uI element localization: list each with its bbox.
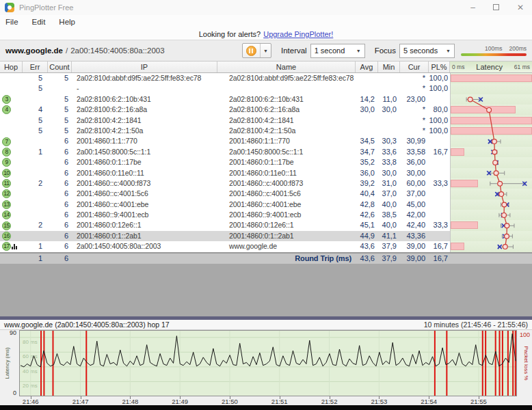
pause-button[interactable]: [243, 44, 261, 57]
cell-name: www.google.de: [217, 241, 356, 251]
menu-help[interactable]: Help: [59, 18, 75, 26]
target-bar: www.google.de / 2a00:1450:4005:80a::2003…: [0, 40, 532, 62]
col-header-count[interactable]: Count: [48, 62, 72, 72]
close-button[interactable]: ✕: [517, 3, 524, 12]
cell-avg: 34,7: [356, 147, 378, 157]
xaxis-tick-label: 21:50: [216, 398, 243, 405]
timeline-title: www.google.de (2a00:1450:4005:80a::2003)…: [4, 320, 170, 329]
cell-hop: 3: [0, 94, 23, 105]
table-row[interactable]: 1062001:4860:0:11e0::112001:4860:0:11e0:…: [0, 168, 532, 178]
col-header-cur[interactable]: Cur: [400, 62, 429, 72]
alert-bar: Looking for alerts? Upgrade PingPlotter!: [0, 29, 532, 40]
svg-text:80 ms: 80 ms: [23, 339, 38, 345]
table-row[interactable]: 352a02:8100:6:2::10b:4312a02:8100:6:2::1…: [0, 94, 532, 105]
latency-cell: [450, 210, 532, 220]
pingplotter-window: PingPlotter Free – ✕ File Edit Help Look…: [0, 0, 532, 410]
cell-hop: 7: [0, 136, 23, 146]
focus-label: Focus: [375, 46, 396, 55]
cell-name: 2a02:8100:4:2::1:50a: [217, 126, 356, 136]
cell-hop: 12: [0, 189, 23, 199]
table-header: Hop Err Count IP Name Avg Min Cur PL% 0 …: [0, 62, 532, 73]
cell-err: 1: [23, 241, 48, 251]
cell-pl: [429, 189, 450, 199]
latency-cell: [450, 94, 532, 105]
col-header-name[interactable]: Name: [217, 62, 356, 72]
xaxis-tick-label: 21:46: [17, 398, 44, 405]
table-row[interactable]: 1262001:4860::c:4001:5c62001:4860::c:400…: [0, 189, 532, 199]
cell-count: 5: [48, 115, 72, 126]
chevron-down-icon: ▼: [356, 49, 361, 53]
table-row[interactable]: 552a02:810d:abbf:d9f5:ae22:5ff:fe83:ec78…: [0, 73, 532, 83]
col-header-latency[interactable]: 0 ms Latency 61 ms: [450, 62, 532, 72]
hop-number-badge: 13: [2, 200, 11, 209]
table-row[interactable]: 962001:4860:0:1::17be2001:4860:0:1::17be…: [0, 157, 532, 167]
cell-count: 5: [48, 105, 72, 115]
table-row[interactable]: 17162a00:1450:4005:80a::2003www.google.d…: [0, 241, 532, 251]
round-trip-row: 1 6 Round Trip (ms) 43,6 37,9 39,00 16,7: [0, 254, 532, 264]
cell-hop: 14: [0, 210, 23, 220]
minimize-button[interactable]: –: [470, 3, 475, 12]
latency-cell: [450, 189, 532, 199]
table-row[interactable]: 5-*100,0: [0, 83, 532, 94]
cell-err: 1: [23, 147, 48, 157]
interval-select[interactable]: 1 second ▼: [310, 44, 365, 58]
cell-err: [23, 136, 48, 146]
cell-count: 6: [48, 231, 72, 241]
col-header-err[interactable]: Err: [23, 62, 48, 72]
hop-number-badge: 14: [2, 210, 11, 219]
table-row[interactable]: 8162a00:1450:8000:5c::1:12a00:1450:8000:…: [0, 147, 532, 157]
cell-avg: 30,0: [356, 105, 378, 115]
pause-split-button[interactable]: ▼: [242, 43, 271, 58]
focus-select[interactable]: 5 seconds ▼: [399, 44, 455, 58]
cell-name: 2a02:810d:abbf:d9f5:ae22:5ff:fe83:ec78: [217, 73, 356, 83]
pause-dropdown-button[interactable]: ▼: [261, 44, 271, 57]
packet-loss-bar: [451, 127, 532, 135]
maximize-button[interactable]: [493, 3, 499, 12]
cell-cur: 39,00: [400, 241, 429, 251]
col-header-ip[interactable]: IP: [72, 62, 217, 72]
cell-err: 5: [23, 126, 48, 136]
cell-name: [217, 83, 356, 94]
cell-name: 2001:4860::9:4001:ecb: [217, 210, 356, 220]
table-row[interactable]: 4452a02:8100:6:2::16:a8a2a02:8100:6:2::1…: [0, 105, 532, 115]
cell-cur: 42,40: [400, 220, 429, 230]
focused-graph-icon: [12, 244, 17, 249]
round-trip-cur: 39,00: [400, 254, 429, 264]
upgrade-link[interactable]: Upgrade PingPlotter!: [263, 30, 333, 38]
col-header-pl[interactable]: PL%: [429, 62, 450, 72]
menu-edit[interactable]: Edit: [32, 18, 46, 26]
cell-cur: *: [400, 105, 429, 115]
cell-name: 2001:4860:0:12e6::1: [217, 220, 356, 230]
cell-err: 4: [23, 105, 48, 115]
hop-number-badge: 15: [2, 221, 11, 230]
cell-hop: 17: [0, 241, 23, 251]
col-header-min[interactable]: Min: [378, 62, 400, 72]
empty-gray-area: [0, 264, 532, 316]
cell-min: 37,0: [378, 189, 400, 199]
table-row[interactable]: 552a02:8100:4:2::1:50a2a02:8100:4:2::1:5…: [0, 126, 532, 136]
menu-file[interactable]: File: [5, 18, 18, 26]
cell-count: 6: [48, 210, 72, 220]
cell-ip: 2001:4860:0:1::17be: [72, 157, 217, 167]
hop-number-badge: 10: [2, 169, 11, 178]
round-trip-pl: 16,7: [429, 254, 450, 264]
table-row[interactable]: 1462001:4860::9:4001:ecb2001:4860::9:400…: [0, 210, 532, 220]
table-row[interactable]: 762001:4860:1:1::7702001:4860:1:1::77034…: [0, 136, 532, 146]
table-row[interactable]: 552a02:8100:4:2::18412a02:8100:4:2::1841…: [0, 115, 532, 126]
cell-count: 6: [48, 220, 72, 230]
table-row[interactable]: 15262001:4860:0:12e6::12001:4860:0:12e6:…: [0, 220, 532, 230]
table-row[interactable]: 1362001:4860::c:4001:ebe2001:4860::c:400…: [0, 200, 532, 210]
latency-cell: [450, 241, 532, 251]
hop-number-badge: 17: [2, 242, 11, 251]
table-row[interactable]: 1662001:4860:0:1::2ab12001:4860:0:1::2ab…: [0, 231, 532, 241]
cell-avg: [356, 126, 378, 136]
cell-pl: [429, 231, 450, 241]
cell-min: 40,0: [378, 200, 400, 210]
table-row[interactable]: 11262001:4860::c:4000:f8732001:4860::c:4…: [0, 178, 532, 189]
col-header-avg[interactable]: Avg: [356, 62, 378, 72]
cell-count: 5: [48, 94, 72, 105]
timeline-plot[interactable]: 90 0 Latency (ms) Packet loss % 100 80 m…: [0, 330, 532, 396]
latency-axis-max: 61 ms: [514, 62, 530, 72]
col-header-hop[interactable]: Hop: [0, 62, 23, 72]
cell-ip: 2a02:810d:abbf:d9f5:ae22:5ff:fe83:ec78: [72, 73, 217, 83]
